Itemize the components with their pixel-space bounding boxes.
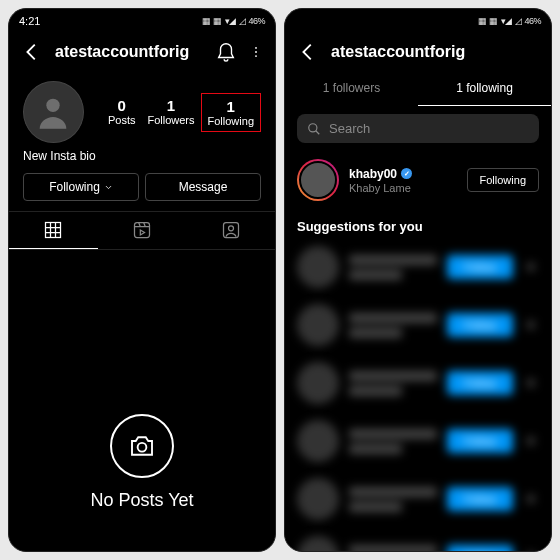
dismiss-icon[interactable]: ✕ <box>523 491 539 507</box>
dismiss-icon[interactable]: ✕ <box>523 317 539 333</box>
search-input[interactable]: Search <box>297 114 539 143</box>
follow-button[interactable]: Follow <box>447 487 513 511</box>
dismiss-icon[interactable]: ✕ <box>523 549 539 551</box>
profile-username: atestaccountforig <box>55 43 203 61</box>
svg-point-0 <box>255 47 257 49</box>
more-icon[interactable] <box>249 41 263 63</box>
profile-actions: Following Message <box>9 173 275 211</box>
follow-button[interactable]: Follow <box>447 545 513 551</box>
stat-posts[interactable]: 0 Posts <box>102 93 142 132</box>
svg-point-7 <box>228 226 233 231</box>
search-icon <box>307 122 321 136</box>
svg-rect-5 <box>135 223 150 238</box>
suggestion-row[interactable]: xxxxxxxxxx Follow ✕ <box>285 412 551 470</box>
following-list: khaby00 ✓ Khaby Lame Following Suggestio… <box>285 151 551 551</box>
follow-tabs: 1 followers 1 following <box>285 71 551 106</box>
svg-point-9 <box>309 123 317 131</box>
status-icons: ▦▦▾◢◿46% <box>478 16 541 26</box>
svg-point-3 <box>47 99 60 112</box>
status-time: 4:21 <box>19 15 40 27</box>
following-header: atestaccountforig <box>285 33 551 71</box>
following-button[interactable]: Following <box>467 168 539 192</box>
avatar[interactable] <box>23 81 84 143</box>
back-icon[interactable] <box>21 41 43 63</box>
empty-state: No Posts Yet <box>9 250 275 551</box>
avatar <box>297 246 339 288</box>
avatar <box>297 304 339 346</box>
svg-point-8 <box>138 443 147 452</box>
following-button[interactable]: Following <box>23 173 139 201</box>
stat-following[interactable]: 1 Following <box>201 93 261 132</box>
user-meta: khaby00 ✓ Khaby Lame <box>349 167 457 194</box>
content-tabs <box>9 211 275 250</box>
avatar[interactable] <box>297 159 339 201</box>
suggestion-row[interactable]: xxxxxxxxxx Follow ✕ <box>285 528 551 551</box>
status-icons: ▦▦▾◢◿46% <box>202 16 265 26</box>
svg-rect-4 <box>46 223 61 238</box>
avatar <box>297 478 339 520</box>
back-icon[interactable] <box>297 41 319 63</box>
dismiss-icon[interactable]: ✕ <box>523 433 539 449</box>
suggestion-row[interactable]: xxxxxxxxxx Follow ✕ <box>285 470 551 528</box>
tab-followers[interactable]: 1 followers <box>285 71 418 106</box>
suggestion-row[interactable]: xxxxxxxxxx Follow ✕ <box>285 354 551 412</box>
tab-grid[interactable] <box>9 212 98 249</box>
follow-button[interactable]: Follow <box>447 371 513 395</box>
stat-followers[interactable]: 1 Followers <box>141 93 200 132</box>
tab-following[interactable]: 1 following <box>418 71 551 106</box>
suggestion-row[interactable]: xxxxxxxxxx Follow ✕ <box>285 296 551 354</box>
profile-bio: New Insta bio <box>9 149 275 173</box>
search-placeholder: Search <box>329 121 370 136</box>
dismiss-icon[interactable]: ✕ <box>523 259 539 275</box>
profile-summary: 0 Posts 1 Followers 1 Following <box>9 71 275 149</box>
message-button[interactable]: Message <box>145 173 261 201</box>
suggestions-header: Suggestions for you <box>285 209 551 238</box>
tab-reels[interactable] <box>98 212 187 249</box>
follow-button[interactable]: Follow <box>447 429 513 453</box>
svg-point-1 <box>255 51 257 53</box>
suggestion-row[interactable]: xxxxxxxxxx Follow ✕ <box>285 238 551 296</box>
avatar <box>297 536 339 551</box>
following-user-row[interactable]: khaby00 ✓ Khaby Lame Following <box>285 151 551 209</box>
verified-icon: ✓ <box>401 168 412 179</box>
profile-screen: 4:21 ▦▦▾◢◿46% atestaccountforig 0 Posts … <box>8 8 276 552</box>
following-screen: ▦▦▾◢◿46% atestaccountforig 1 followers 1… <box>284 8 552 552</box>
profile-header: atestaccountforig <box>9 33 275 71</box>
camera-icon <box>110 414 174 478</box>
follow-button[interactable]: Follow <box>447 255 513 279</box>
empty-text: No Posts Yet <box>90 490 193 511</box>
status-bar: ▦▦▾◢◿46% <box>285 9 551 33</box>
notifications-icon[interactable] <box>215 41 237 63</box>
status-bar: 4:21 ▦▦▾◢◿46% <box>9 9 275 33</box>
follow-button[interactable]: Follow <box>447 313 513 337</box>
tab-tagged[interactable] <box>186 212 275 249</box>
dismiss-icon[interactable]: ✕ <box>523 375 539 391</box>
chevron-down-icon <box>104 183 113 192</box>
svg-rect-6 <box>223 223 238 238</box>
avatar <box>297 420 339 462</box>
avatar <box>297 362 339 404</box>
following-username: atestaccountforig <box>331 43 539 61</box>
profile-stats: 0 Posts 1 Followers 1 Following <box>102 93 261 132</box>
svg-point-2 <box>255 55 257 57</box>
